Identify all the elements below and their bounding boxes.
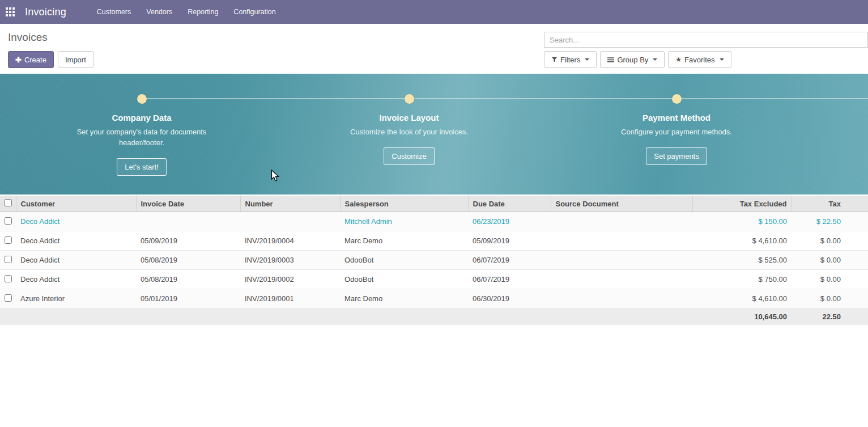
cell-source-document[interactable] [551, 231, 692, 251]
import-button-label: Import [65, 56, 86, 64]
column-header-invoice-date[interactable]: Invoice Date [136, 196, 240, 212]
row-select-cell [0, 251, 16, 270]
column-header-source-document[interactable]: Source Document [551, 196, 692, 212]
total-tax-excluded: 10,645.00 [692, 308, 792, 325]
cell-tax[interactable]: $ 0.00 [792, 231, 868, 251]
invoice-list: Customer Invoice Date Number Salesperson… [0, 196, 868, 325]
step-description: Customize the look of your invoices. [343, 127, 476, 138]
footer-spacer [0, 308, 692, 325]
column-header-tax-excluded[interactable]: Tax Excluded [692, 196, 792, 212]
cell-due-date[interactable]: 05/09/2019 [468, 231, 551, 251]
cell-source-document[interactable] [551, 212, 692, 231]
cell-tax-excluded[interactable]: $ 4,610.00 [692, 289, 792, 308]
filters-button[interactable]: Filters [544, 51, 597, 68]
cell-tax-excluded[interactable]: $ 750.00 [692, 270, 792, 289]
cell-invoice-date[interactable]: 05/08/2019 [136, 251, 240, 270]
step-dot-icon [137, 94, 147, 104]
filter-icon [551, 57, 558, 63]
onboarding-banner: Company Data Set your company's data for… [0, 74, 868, 195]
favorites-button-label: Favorites [684, 56, 714, 64]
select-all-checkbox[interactable] [5, 199, 12, 206]
cell-salesperson[interactable]: Marc Demo [340, 289, 468, 308]
group-by-button-label: Group By [617, 56, 648, 64]
cell-number[interactable]: INV/2019/0003 [240, 251, 340, 270]
cell-customer[interactable]: Azure Interior [16, 289, 136, 308]
cell-tax[interactable]: $ 22.50 [792, 212, 868, 231]
cell-due-date[interactable]: 06/23/2019 [468, 212, 551, 231]
table-row[interactable]: Azure Interior05/01/2019INV/2019/0001Mar… [0, 289, 868, 308]
cell-invoice-date[interactable]: 05/09/2019 [136, 231, 240, 251]
lets-start-button[interactable]: Let's start! [117, 158, 167, 176]
apps-grid-icon [6, 7, 15, 16]
step-title: Payment Method [543, 113, 810, 122]
cell-customer[interactable]: Deco Addict [16, 212, 136, 231]
table-row[interactable]: Deco Addict05/09/2019INV/2019/0004Marc D… [0, 231, 868, 251]
group-by-button[interactable]: Group By [600, 51, 665, 68]
table-row[interactable]: Deco Addict05/08/2019INV/2019/0002OdooBo… [0, 270, 868, 289]
column-header-customer[interactable]: Customer [16, 196, 136, 212]
cell-due-date[interactable]: 06/07/2019 [468, 270, 551, 289]
step-dot-icon [405, 94, 414, 104]
cell-customer[interactable]: Deco Addict [16, 231, 136, 251]
row-checkbox[interactable] [5, 256, 12, 263]
cell-invoice-date[interactable]: 05/08/2019 [136, 270, 240, 289]
cell-tax[interactable]: $ 0.00 [792, 289, 868, 308]
cell-due-date[interactable]: 06/30/2019 [468, 289, 551, 308]
cell-tax-excluded[interactable]: $ 525.00 [692, 251, 792, 270]
column-header-due-date[interactable]: Due Date [468, 196, 551, 212]
cell-source-document[interactable] [551, 289, 692, 308]
cell-invoice-date[interactable]: 05/01/2019 [136, 289, 240, 308]
favorites-button[interactable]: ★ Favorites [668, 51, 731, 68]
menu-configuration[interactable]: Configuration [228, 4, 281, 20]
row-checkbox[interactable] [5, 217, 12, 225]
cell-invoice-date[interactable] [136, 212, 240, 231]
cell-due-date[interactable]: 06/07/2019 [468, 251, 551, 270]
star-icon: ★ [675, 56, 682, 63]
table-header-row: Customer Invoice Date Number Salesperson… [0, 196, 868, 212]
menu-vendors[interactable]: Vendors [141, 4, 178, 20]
table-row[interactable]: Deco Addict05/08/2019INV/2019/0003OdooBo… [0, 251, 868, 270]
search-input[interactable] [544, 32, 868, 48]
cell-tax-excluded[interactable]: $ 4,610.00 [692, 231, 792, 251]
row-checkbox[interactable] [5, 294, 12, 302]
column-header-number[interactable]: Number [240, 196, 340, 212]
step-title: Invoice Layout [275, 113, 543, 122]
row-select-cell [0, 289, 16, 308]
total-tax: 22.50 [792, 308, 868, 325]
cell-salesperson[interactable]: Marc Demo [340, 231, 468, 251]
cell-source-document[interactable] [551, 251, 692, 270]
create-button[interactable]: ✚ Create [8, 51, 54, 68]
cell-source-document[interactable] [551, 270, 692, 289]
caret-down-icon [720, 58, 724, 61]
customize-button[interactable]: Customize [384, 147, 434, 165]
row-checkbox[interactable] [5, 275, 12, 282]
apps-menu-button[interactable] [0, 0, 20, 24]
cell-tax-excluded[interactable]: $ 150.00 [692, 212, 792, 231]
cell-number[interactable]: INV/2019/0004 [240, 231, 340, 251]
import-button[interactable]: Import [58, 51, 93, 68]
cell-tax[interactable]: $ 0.00 [792, 270, 868, 289]
cell-tax[interactable]: $ 0.00 [792, 251, 868, 270]
table-row[interactable]: Deco AddictMitchell Admin06/23/2019$ 150… [0, 212, 868, 231]
step-title: Company Data [8, 113, 275, 122]
cell-salesperson[interactable]: OdooBot [340, 270, 468, 289]
cell-customer[interactable]: Deco Addict [16, 270, 136, 289]
onboarding-step-payment-method: Payment Method Configure your payment me… [543, 74, 810, 165]
row-select-cell [0, 212, 16, 231]
cell-customer[interactable]: Deco Addict [16, 251, 136, 270]
row-select-cell [0, 231, 16, 251]
cell-number[interactable]: INV/2019/0001 [240, 289, 340, 308]
cell-salesperson[interactable]: OdooBot [340, 251, 468, 270]
row-checkbox[interactable] [5, 236, 12, 244]
cell-salesperson[interactable]: Mitchell Admin [340, 212, 468, 231]
column-header-tax[interactable]: Tax [792, 196, 868, 212]
invoicing-app-screen: Invoicing Customers Vendors Reporting Co… [0, 0, 868, 427]
app-title[interactable]: Invoicing [25, 6, 66, 18]
menu-customers[interactable]: Customers [91, 4, 137, 20]
set-payments-button[interactable]: Set payments [646, 147, 707, 165]
menu-reporting[interactable]: Reporting [182, 4, 224, 20]
cell-number[interactable]: INV/2019/0002 [240, 270, 340, 289]
cell-number[interactable] [240, 212, 340, 231]
group-by-icon [607, 57, 614, 63]
column-header-salesperson[interactable]: Salesperson [340, 196, 468, 212]
